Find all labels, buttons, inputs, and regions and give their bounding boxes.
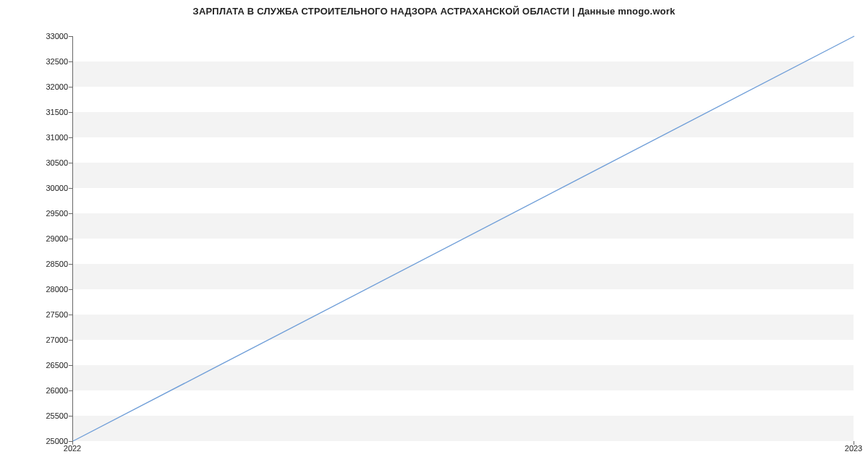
y-tick-label: 32000 — [3, 82, 68, 91]
y-tick-label: 31000 — [3, 133, 68, 142]
y-tick-label: 25500 — [3, 411, 68, 420]
x-tick-label: 2022 — [64, 444, 81, 453]
plot-area — [72, 36, 854, 441]
x-tick-mark — [72, 441, 73, 445]
data-line — [73, 36, 854, 441]
x-tick-mark — [854, 441, 854, 445]
y-tick-label: 29500 — [3, 209, 68, 218]
y-tick-label: 30500 — [3, 158, 68, 167]
y-tick-label: 33000 — [3, 32, 68, 40]
y-tick-label: 26500 — [3, 361, 68, 369]
x-tick-label: 2023 — [845, 444, 862, 453]
y-tick-label: 27500 — [3, 310, 68, 319]
chart-container: ЗАРПЛАТА В СЛУЖБА СТРОИТЕЛЬНОГО НАДЗОРА … — [0, 0, 868, 470]
y-tick-label: 28000 — [3, 285, 68, 294]
chart-title: ЗАРПЛАТА В СЛУЖБА СТРОИТЕЛЬНОГО НАДЗОРА … — [0, 6, 868, 17]
y-tick-label: 27000 — [3, 336, 68, 344]
y-tick-label: 30000 — [3, 184, 68, 192]
y-tick-label: 31500 — [3, 108, 68, 116]
y-tick-label: 32500 — [3, 57, 68, 66]
line-layer — [73, 36, 854, 440]
y-tick-label: 28500 — [3, 260, 68, 268]
y-tick-label: 26000 — [3, 386, 68, 395]
y-tick-label: 29000 — [3, 234, 68, 243]
y-tick-label: 25000 — [3, 437, 68, 445]
